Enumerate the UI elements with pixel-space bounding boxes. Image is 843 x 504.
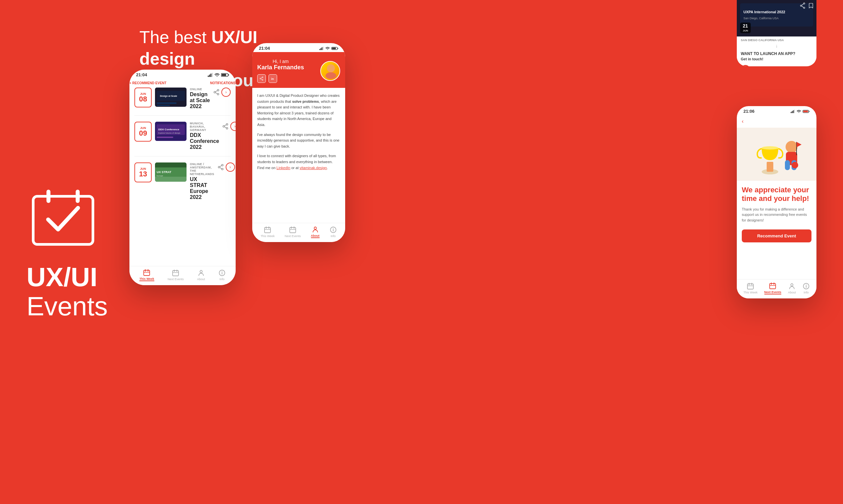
tr-bookmark-icon[interactable] (808, 3, 814, 8)
recommend-event-label[interactable]: + RECOMMEND EVENT (130, 81, 166, 85)
about-bio-p2: I've always found the design community t… (257, 132, 340, 149)
about-bio-p3: I love to connect with designers of all … (257, 153, 340, 171)
about-nav-about[interactable]: About (311, 226, 320, 238)
share-icon-3[interactable] (218, 164, 224, 170)
svg-rect-55 (323, 47, 324, 50)
event-day-2: 09 (139, 130, 147, 137)
br-title: We appreciate your time and your help! (742, 186, 811, 203)
svg-point-36 (221, 168, 223, 170)
website-link[interactable]: vitaminak.design (300, 166, 327, 170)
event-img-uxstrat-svg: UX STRAT Europe (155, 162, 187, 182)
svg-rect-57 (338, 48, 338, 49)
svg-rect-44 (173, 271, 178, 276)
nav-next-events[interactable]: Next Events (168, 269, 184, 281)
about-nav-this-week-label: This Week (260, 234, 274, 238)
event-img-2: DDX Conference Explore futures of design (155, 122, 187, 141)
svg-point-119 (806, 285, 807, 285)
br-nav-this-week-label: This Week (743, 291, 757, 294)
tr-down-arrow: ↓ (737, 42, 816, 50)
main-time: 21:04 (136, 72, 147, 77)
svg-rect-91 (792, 111, 793, 113)
svg-point-17 (214, 91, 216, 93)
svg-rect-67 (264, 228, 271, 233)
event-arrow-2[interactable]: › (230, 122, 236, 131)
svg-rect-112 (770, 284, 776, 289)
svg-point-88 (741, 65, 750, 66)
svg-point-105 (792, 162, 798, 168)
br-illustration-svg (743, 129, 810, 180)
svg-line-38 (220, 165, 222, 167)
br-about-icon (788, 283, 795, 290)
about-name: Karla Fernandes (257, 64, 304, 71)
event-date-2: JUN 09 (134, 122, 152, 142)
event-info-2: MUNICH, BAVARIA, GERMANY DDX Conference … (190, 122, 219, 150)
svg-rect-4 (209, 75, 210, 77)
br-phone-nav: This Week Next Events About Info (737, 279, 816, 299)
svg-rect-93 (794, 110, 795, 113)
tr-designer-avatar: K (741, 65, 750, 66)
avatar-illustration (321, 62, 340, 81)
br-nav-about[interactable]: About (788, 283, 796, 294)
about-battery-icon (331, 47, 339, 50)
svg-rect-5 (210, 74, 211, 77)
event-arrow-3[interactable]: › (226, 162, 235, 172)
notifications-label[interactable]: NOTIFICATIONS (210, 81, 236, 85)
social-icon-1[interactable] (257, 74, 266, 83)
event-location-2: MUNICH, BAVARIA, GERMANY (190, 122, 219, 132)
about-bio: I am UX/UI & Digital Product Designer wh… (252, 88, 345, 180)
svg-text:UX STRAT: UX STRAT (157, 170, 172, 174)
br-nav-next-events[interactable]: Next Events (764, 282, 781, 294)
tr-share-icon[interactable] (800, 3, 806, 8)
svg-point-16 (218, 93, 219, 95)
svg-point-37 (218, 166, 220, 168)
share-icon-2[interactable] (222, 123, 228, 129)
main-phone-nav: This Week Next Events About Info (130, 266, 236, 285)
br-nav-this-week[interactable]: This Week (743, 283, 757, 294)
svg-rect-8 (228, 74, 229, 76)
br-back-button[interactable]: ‹ (737, 115, 816, 128)
linkedin-link[interactable]: LinkedIn (276, 166, 290, 170)
svg-line-63 (261, 79, 262, 79)
share-icon-1[interactable] (213, 89, 219, 95)
svg-point-75 (314, 227, 316, 230)
svg-rect-34 (155, 177, 187, 182)
nav-info[interactable]: Info (218, 269, 226, 281)
svg-rect-2 (76, 190, 80, 203)
svg-rect-3 (208, 76, 209, 77)
svg-point-100 (762, 146, 778, 149)
about-status-icons (319, 47, 339, 50)
share-social-icon (260, 77, 263, 80)
phone-about: 21:04 Hi, I am Karla Fernandes in (252, 43, 345, 242)
br-nav-about-label: About (788, 291, 796, 294)
br-nav-info[interactable]: Info (803, 283, 810, 294)
phone-bottom-right: 21:06 ‹ (737, 106, 816, 299)
svg-point-59 (262, 77, 263, 78)
svg-rect-14 (157, 105, 170, 106)
svg-line-29 (224, 127, 226, 128)
signal-icon (208, 73, 213, 77)
event-actions-3: › (218, 162, 235, 172)
main-status-bar: 21:04 (130, 70, 236, 78)
social-icon-linkedin[interactable]: in (269, 74, 277, 83)
event-arrow-1[interactable]: › (221, 88, 231, 97)
nav-this-week[interactable]: This Week (139, 269, 154, 281)
svg-rect-99 (767, 162, 773, 172)
about-avatar (320, 61, 340, 81)
svg-point-83 (804, 3, 805, 4)
nav-about[interactable]: About (197, 269, 205, 281)
about-nav-info[interactable]: Info (330, 226, 337, 238)
tr-action-icons (800, 3, 814, 8)
about-nav-this-week[interactable]: This Week (260, 226, 274, 238)
svg-rect-9 (222, 74, 226, 76)
event-location-1: ONLINE (190, 88, 210, 91)
br-recommend-button[interactable]: Recommend Event (742, 230, 811, 242)
about-nav-next-events-label: Next Events (285, 234, 301, 238)
about-nav-next-events[interactable]: Next Events (285, 226, 301, 238)
event-img-3: UX STRAT Europe (155, 162, 187, 182)
svg-text:in: in (271, 77, 274, 80)
br-status-icons (791, 110, 810, 113)
tr-cta-title: WANT TO LAUNCH AN APP?Get in touch! (741, 51, 812, 62)
br-nav-info-label: Info (804, 291, 808, 294)
about-social-icons: in (257, 74, 304, 83)
svg-point-61 (260, 78, 261, 79)
